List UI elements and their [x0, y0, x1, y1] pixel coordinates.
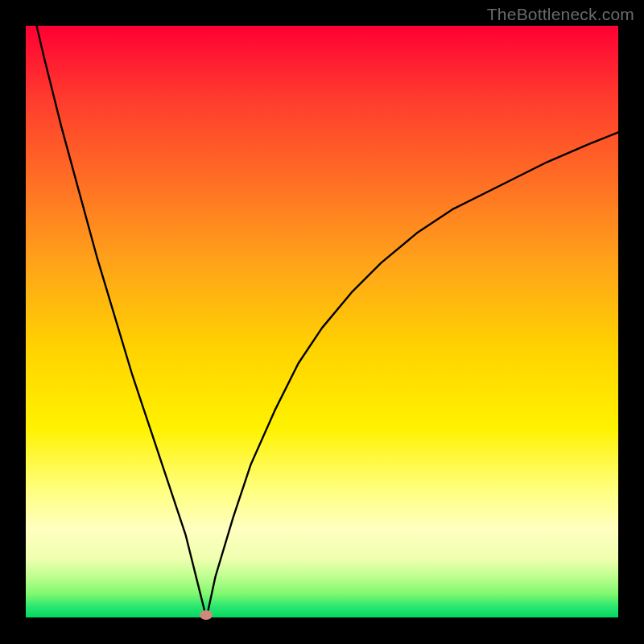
minimum-marker-dot	[200, 610, 213, 620]
chart-frame: TheBottleneck.com	[0, 0, 644, 644]
bottleneck-curve	[26, 26, 618, 618]
watermark-text: TheBottleneck.com	[487, 5, 634, 24]
plot-area	[26, 26, 618, 617]
